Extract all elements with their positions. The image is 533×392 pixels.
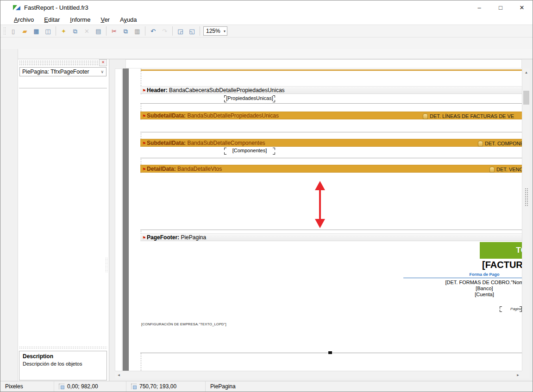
band-flag-icon: ⚑: [142, 141, 146, 146]
band-type: Header: [147, 87, 169, 93]
band-flag-icon: ⚑: [142, 167, 146, 172]
zoom-combo-value: 125%: [206, 28, 222, 34]
horizontal-ruler: [125, 59, 522, 68]
memo-formas-cobro[interactable]: [DET. FORMAS DE COBRO."Nom: [403, 280, 522, 285]
new-page-button[interactable]: ✦: [58, 26, 69, 36]
object-selector[interactable]: PiePagina: TfrxPageFooter ∨: [19, 67, 107, 76]
scrollbar-corner: [522, 371, 530, 379]
inspector-scroll-grip[interactable]: [105, 257, 108, 272]
scroll-right-icon[interactable]: ▸: [514, 371, 522, 379]
scroll-left-icon[interactable]: ◂: [115, 371, 123, 379]
select-all-objects-icon: ◲: [177, 28, 183, 34]
band-detail-vtos-body[interactable]: [140, 173, 522, 230]
vertical-scrollbar-thumb[interactable]: [523, 91, 529, 105]
open-report-button[interactable]: ▰: [19, 26, 30, 36]
separator: [200, 26, 200, 36]
zoom-combo[interactable]: 125%▾: [203, 26, 227, 36]
menu-ayuda[interactable]: Ayuda: [115, 15, 142, 24]
separator: [172, 26, 173, 36]
previous-band-edge: [141, 69, 522, 71]
inspector-close-icon[interactable]: ✕: [99, 59, 107, 66]
report-page[interactable]: ⚑HeaderBandaCabeceraSubDetallePropiedade…: [129, 68, 522, 371]
preview-report-button[interactable]: ◫: [43, 26, 53, 36]
cut-icon: ✂: [112, 28, 117, 34]
separator: [106, 26, 107, 36]
description-text: Descripción de los objetos: [23, 361, 103, 367]
menu-informe[interactable]: Informe: [65, 15, 95, 24]
memo-lopd[interactable]: [CONFIGURACIÓN DE EMPRESA."TEXTO_LOPD"]: [141, 322, 226, 326]
copy-button[interactable]: ⧉: [120, 26, 131, 36]
band-page-footer[interactable]: ⚑PageFooterPiePagina: [140, 233, 522, 241]
undo-button[interactable]: ↶: [148, 26, 158, 36]
object-toolbar: [0, 49, 18, 381]
cut-button[interactable]: ✂: [109, 26, 119, 36]
title-bar: FastReport - Untitled.fr3 – □ ✕: [0, 0, 533, 14]
select-band-objects-button[interactable]: ◱: [187, 26, 197, 36]
band-subdetail-propiedades[interactable]: ⚑SubdetailDataBandaSubDetallePropiedades…: [140, 112, 522, 119]
maximize-button[interactable]: □: [490, 0, 511, 14]
band-subdetail-componentes-body[interactable]: [Componentes]: [140, 147, 522, 158]
band-header-body[interactable]: [PropiedadesUnicas]: [140, 94, 522, 104]
resize-arrow-cursor: [315, 181, 325, 228]
add-page-icon: ⧉: [73, 28, 77, 34]
standard-toolbar: ▯▰▦◫✦⧉✕▤✂⧉▥↶↷◲◱125%▾: [0, 25, 533, 37]
redo-icon: ↷: [162, 28, 167, 34]
chevron-down-icon: ▾: [224, 29, 226, 33]
page-settings-icon: ▤: [95, 28, 101, 34]
save-report-button[interactable]: ▦: [31, 26, 42, 36]
memo-pagina[interactable]: Página: [500, 306, 522, 312]
vertical-ruler: [115, 68, 122, 372]
scroll-up-icon[interactable]: ▴: [522, 68, 530, 76]
forma-de-pago-title[interactable]: Forma de Pago: [403, 272, 522, 277]
preview-report-icon: ◫: [45, 28, 50, 34]
paste-button[interactable]: ▥: [132, 26, 143, 36]
description-panel: Description Descripción de los objetos: [19, 351, 107, 380]
paste-icon: ▥: [134, 28, 140, 34]
band-page-footer-body[interactable]: [140, 241, 522, 353]
add-page-button[interactable]: ⧉: [70, 26, 81, 36]
inspector-splitter[interactable]: [19, 346, 107, 349]
status-size: 750,70; 193,00: [126, 381, 206, 392]
band-flag-icon: ⚑: [142, 88, 146, 93]
design-canvas: ⚑HeaderBandaCabeceraSubDetallePropiedade…: [109, 59, 533, 382]
designer-tabs: [18, 49, 533, 59]
memo-componentes[interactable]: [Componentes]: [224, 148, 275, 155]
memo-cuenta[interactable]: [Cuenta]: [403, 292, 522, 297]
horizontal-scrollbar[interactable]: ◂ ▸: [115, 371, 522, 379]
minimize-button[interactable]: –: [469, 0, 490, 14]
band-subdetail-propiedades-body[interactable]: [140, 120, 522, 132]
band-dataset: DET. LÍNEAS DE FACTURAS DE VE: [423, 112, 514, 120]
database-icon: [423, 113, 428, 119]
total-value-memo[interactable]: [FACTUR: [482, 260, 522, 271]
scrollbar-grip[interactable]: [525, 188, 528, 206]
page-settings-button[interactable]: ▤: [93, 26, 104, 36]
band-name: BandaSubDetalleComponentes: [187, 140, 265, 146]
database-icon: [478, 141, 483, 147]
object-selector-value: PiePagina: TfrxPageFooter: [22, 68, 89, 75]
close-button[interactable]: ✕: [511, 0, 533, 14]
toolbar-grip[interactable]: [3, 27, 6, 35]
inspector-tabs: [19, 79, 107, 88]
band-subdetail-componentes[interactable]: ⚑SubdetailDataBandaSubDetalleComponentes…: [140, 139, 522, 147]
inspector-dock-handle[interactable]: ✕: [19, 60, 107, 66]
menu-archivo[interactable]: Archivo: [9, 15, 39, 24]
vertical-scrollbar[interactable]: ▴ ▾: [522, 68, 530, 379]
select-all-objects-button[interactable]: ◲: [175, 26, 186, 36]
band-header[interactable]: ⚑HeaderBandaCabeceraSubDetallePropiedade…: [140, 86, 522, 94]
menu-ver[interactable]: Ver: [95, 15, 115, 24]
new-report-button[interactable]: ▯: [8, 26, 19, 36]
status-position: 0,00; 982,00: [54, 381, 126, 392]
menu-editar[interactable]: Editar: [39, 15, 65, 24]
memo-banco[interactable]: [Banco]: [403, 286, 522, 291]
size-icon: [131, 384, 137, 389]
redo-button: ↷: [159, 26, 170, 36]
band-detail-vtos[interactable]: ⚑DetailDataBandaDetalleVtos DET. VENCIM: [140, 165, 522, 173]
separator: [145, 26, 145, 36]
band-name: BandaCabeceraSubDetallePropiedadesUnicas: [169, 87, 285, 93]
new-page-icon: ✦: [61, 28, 66, 34]
band-resize-handle[interactable]: [328, 351, 332, 354]
memo-propiedades-unicas[interactable]: [PropiedadesUnicas]: [224, 95, 275, 102]
total-header-cell[interactable]: TO: [480, 242, 522, 259]
separator: [56, 26, 56, 36]
copy-icon: ⧉: [124, 28, 128, 34]
